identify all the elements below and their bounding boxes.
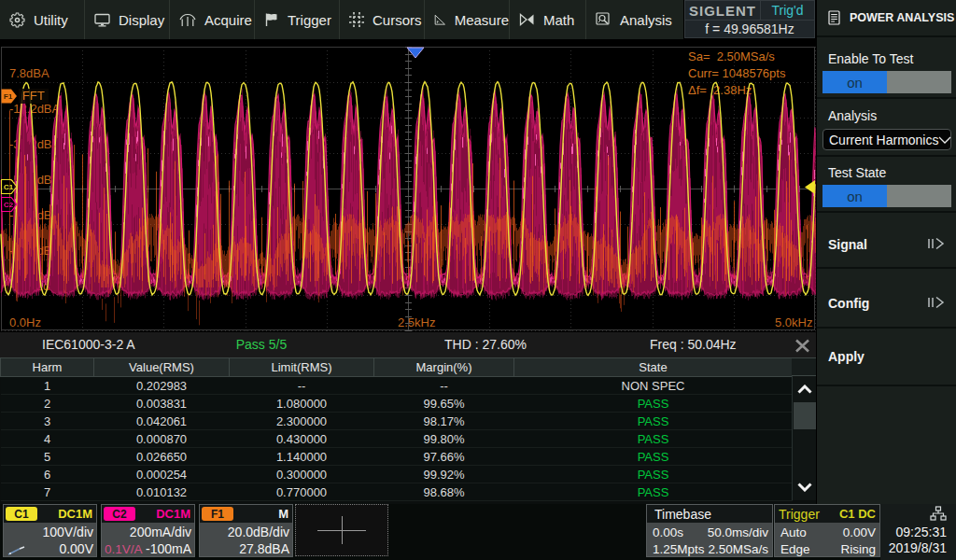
c2-scale: 200mA/div <box>103 525 191 540</box>
table-header-corner <box>792 357 816 376</box>
toggle-off-track <box>887 185 951 207</box>
menu-analysis[interactable]: Analysis <box>586 0 683 39</box>
table-cell: 0.202983 <box>94 377 230 395</box>
table-cell: PASS <box>514 430 793 448</box>
crosshair-box[interactable] <box>295 504 388 556</box>
signal-menu-item[interactable]: Signal <box>828 237 867 252</box>
analysis-dropdown[interactable]: Current Harmonics <box>822 129 951 150</box>
thd-readout: THD : 27.60% <box>444 337 527 352</box>
col-header-value: Value(RMS) <box>94 358 230 377</box>
chevron-up-icon <box>797 385 812 394</box>
menu-utility-label: Utility <box>34 12 68 28</box>
table-cell: 0.000254 <box>94 466 230 483</box>
channel-f1-box[interactable]: F1 M 20.0dB/div 27.8dBA <box>199 504 293 557</box>
waveform-display[interactable]: 7.8dBA -12.2dBA -32.2dBA -52.2dBA -72.2d… <box>0 43 816 332</box>
chevron-down-icon <box>797 483 812 492</box>
brand-row: SIGLENT Trig'd <box>685 1 814 20</box>
scroll-up-icon[interactable] <box>793 376 817 402</box>
c1-channel-marker[interactable]: C1 <box>1 179 18 194</box>
menu-math[interactable]: Math <box>510 0 586 39</box>
apply-menu-item[interactable]: Apply <box>828 349 865 364</box>
power-analysis-panel: POWER ANALYSIS Enable To Test on Analysi… <box>816 0 956 504</box>
table-cell: 6 <box>1 466 94 483</box>
table-row[interactable]: 20.0038311.08000099.65%PASS <box>1 395 793 413</box>
toggle-on-label: on <box>822 71 887 93</box>
f1-offset: 27.8dBA <box>201 541 289 557</box>
menu-measure[interactable]: Measure <box>425 0 510 39</box>
trigger-type: Edge <box>780 541 810 557</box>
menu-cursors-label: Cursors <box>373 12 422 28</box>
info-row: Edge Rising <box>780 541 876 557</box>
channel-c2-box[interactable]: C2 DC1M 200mA/div -100mA 0.1V/A <box>101 504 195 557</box>
table-cell: 99.80% <box>374 430 514 448</box>
channel-c1-box[interactable]: C1 DC1M 100V/div 0.00V <box>3 504 97 557</box>
brand-logo: SIGLENT <box>685 1 761 20</box>
table-row[interactable]: 60.0002540.30000099.92%PASS <box>1 466 793 483</box>
table-cell: 1.080000 <box>230 395 374 413</box>
table-cell: 0.430000 <box>230 430 374 448</box>
test-state-toggle[interactable]: on <box>822 185 951 207</box>
table-row[interactable]: 30.0420612.30000098.17%PASS <box>1 413 793 430</box>
f1-channel-marker[interactable]: F1 <box>1 89 18 104</box>
c2-channel-marker[interactable]: C2 <box>1 197 18 212</box>
analysis-dropdown-value: Current Harmonics <box>823 133 938 147</box>
submenu-arrow-icon <box>927 296 946 313</box>
info-strip: Trigger C1 DC <box>775 505 879 523</box>
close-icon[interactable] <box>793 337 811 355</box>
table-cell: 0.770000 <box>230 483 374 501</box>
clock-date: 2019/8/31 <box>889 540 947 555</box>
toggle-on-label: on <box>822 185 887 207</box>
panel-separator <box>817 155 956 157</box>
f1-marker-label: F1 <box>4 92 12 101</box>
table-row[interactable]: 40.0008700.43000099.80%PASS <box>1 430 793 448</box>
trigger-slope: Rising <box>840 541 876 557</box>
panel-separator <box>817 327 956 329</box>
table-cell: -- <box>374 377 514 395</box>
timebase-box[interactable]: Timebase 0.00s 50.0ms/div 1.25Mpts 2.50M… <box>646 504 773 557</box>
table-cell: 99.92% <box>374 466 514 483</box>
menu-acquire[interactable]: Acquire <box>170 0 255 39</box>
crosshair-icon-vertical <box>342 516 343 544</box>
network-icon[interactable] <box>930 506 947 521</box>
scroll-down-icon[interactable] <box>793 474 817 500</box>
top-menu-bar: Utility Display Acquire Trigger Cursors … <box>0 0 816 43</box>
menu-trigger-label: Trigger <box>288 12 331 28</box>
trigger-level-marker[interactable] <box>804 179 816 199</box>
table-header-row: Harm Value(RMS) Limit(RMS) Margin(%) Sta… <box>1 358 793 377</box>
table-cell: 97.66% <box>374 448 514 466</box>
table-scrollbar[interactable] <box>792 376 816 500</box>
clipboard-icon <box>828 10 840 25</box>
menu-bar: Utility Display Acquire Trigger Cursors … <box>0 0 683 39</box>
table-row[interactable]: 50.0266501.14000097.66%PASS <box>1 448 793 466</box>
menu-cursors[interactable]: Cursors <box>340 0 425 39</box>
flag-icon <box>264 12 279 27</box>
waveform-canvas <box>0 43 816 332</box>
trigger-level: 0.00V <box>843 525 876 540</box>
table-row[interactable]: 70.0101320.77000098.68%PASS <box>1 483 793 501</box>
f1-badge: F1 <box>202 507 233 521</box>
col-header-harm: Harm <box>1 358 94 377</box>
table-cell: 2.300000 <box>230 413 374 430</box>
menu-utility[interactable]: Utility <box>0 0 85 39</box>
trigger-position-marker[interactable] <box>406 46 425 63</box>
table-row[interactable]: 10.202983----NON SPEC <box>1 377 793 395</box>
menu-display-label: Display <box>119 12 164 28</box>
scrollbar-thumb[interactable] <box>794 402 816 429</box>
test-state-label: Test State <box>828 166 886 180</box>
table-cell: 1.140000 <box>230 448 374 466</box>
enable-to-test-toggle[interactable]: on <box>822 71 951 93</box>
info-strip: Timebase <box>647 505 772 523</box>
trigger-box[interactable]: Trigger C1 DC Auto 0.00V Edge Rising <box>774 504 880 557</box>
panel-separator <box>817 267 956 269</box>
menu-display[interactable]: Display <box>85 0 170 39</box>
timebase-scale: 50.0ms/div <box>708 525 768 540</box>
table-cell: 0.026650 <box>94 448 230 466</box>
c2-probe-ratio: 0.1V/A <box>105 541 143 557</box>
table-cell: PASS <box>514 483 793 501</box>
col-header-state: State <box>514 358 793 377</box>
enable-to-test-label: Enable To Test <box>828 52 913 66</box>
info-row: 1.25Mpts 2.50MSa/s <box>653 541 768 557</box>
menu-trigger[interactable]: Trigger <box>255 0 340 39</box>
table-cell: 99.65% <box>374 395 514 413</box>
config-menu-item[interactable]: Config <box>828 296 869 311</box>
